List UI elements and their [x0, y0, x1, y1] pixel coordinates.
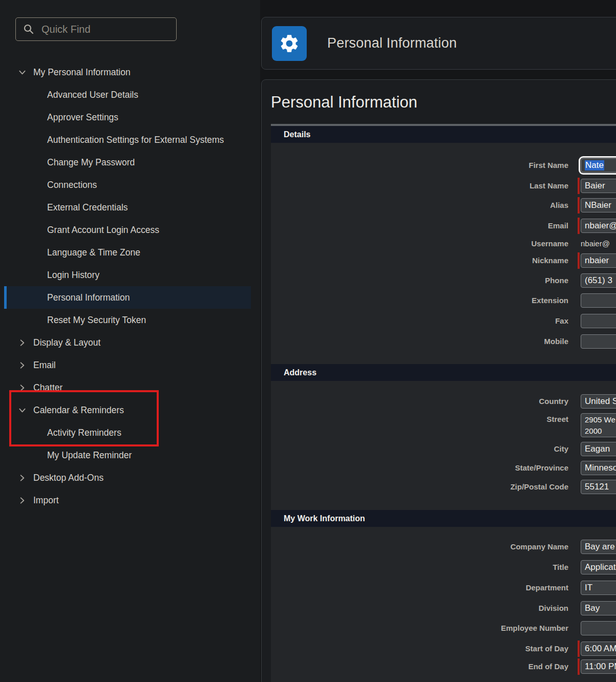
last-name-input[interactable]	[581, 179, 616, 193]
field-row-first-name: First Name Nate	[271, 158, 616, 173]
required-indicator	[578, 641, 580, 657]
personal-information-panel: Personal Information Details First Name …	[261, 79, 616, 682]
sidebar-item-authentication-settings[interactable]: Authentication Settings for External Sys…	[0, 129, 260, 151]
chevron-right-icon	[18, 338, 27, 347]
zip-input[interactable]	[581, 480, 616, 494]
field-row-start-of-day: Start of Day	[271, 642, 616, 656]
field-row-department: Department	[271, 581, 616, 595]
required-indicator	[578, 178, 580, 194]
sidebar-item-calendar-reminders[interactable]: Calendar & Reminders	[0, 399, 260, 421]
required-indicator	[578, 218, 580, 234]
sidebar-item-language-time-zone[interactable]: Language & Time Zone	[0, 241, 260, 264]
company-name-input[interactable]	[581, 540, 616, 554]
field-row-mobile: Mobile	[271, 334, 616, 349]
chevron-right-icon	[18, 474, 27, 482]
alias-input[interactable]	[581, 198, 616, 212]
chevron-right-icon	[18, 496, 27, 505]
sidebar-item-display-layout[interactable]: Display & Layout	[0, 331, 260, 354]
field-row-extension: Extension	[271, 293, 616, 308]
sidebar-item-change-my-password[interactable]: Change My Password	[0, 151, 260, 174]
field-row-zip: Zip/Postal Code	[271, 480, 616, 494]
sidebar-item-advanced-user-details[interactable]: Advanced User Details	[0, 83, 260, 106]
field-row-end-of-day: End of Day	[271, 659, 616, 674]
sidebar-item-chatter[interactable]: Chatter	[0, 376, 260, 399]
nickname-input[interactable]	[581, 253, 616, 268]
field-row-employee-number: Employee Number	[271, 621, 616, 635]
field-row-city: City	[271, 442, 616, 456]
sidebar-item-connections[interactable]: Connections	[0, 174, 260, 196]
field-row-street: Street 2905 We 2000	[271, 413, 616, 437]
chevron-down-icon	[18, 68, 27, 77]
sidebar-item-approver-settings[interactable]: Approver Settings	[0, 106, 260, 129]
page-title: Personal Information	[271, 93, 417, 112]
sidebar-item-email[interactable]: Email	[0, 354, 260, 376]
page-header-card: Personal Information	[261, 17, 616, 70]
employee-number-input[interactable]	[581, 621, 616, 635]
field-row-username: Username nbaier@	[271, 238, 610, 249]
fax-input[interactable]	[581, 314, 616, 328]
section-header-address: Address	[271, 364, 616, 381]
division-input[interactable]	[581, 601, 616, 615]
chevron-right-icon	[18, 383, 27, 392]
state-input[interactable]	[581, 461, 616, 475]
field-row-phone: Phone	[271, 273, 616, 288]
field-row-state: State/Province	[271, 461, 616, 475]
sidebar-item-my-personal-information[interactable]: My Personal Information	[0, 61, 260, 83]
section-header-work: My Work Information	[271, 510, 616, 527]
chevron-down-icon	[18, 406, 27, 415]
field-row-company-name: Company Name	[271, 540, 616, 554]
sidebar-item-import[interactable]: Import	[0, 489, 260, 511]
quick-find-box[interactable]	[15, 17, 177, 41]
required-indicator	[578, 658, 580, 675]
city-input[interactable]	[581, 442, 616, 456]
required-indicator	[578, 197, 580, 214]
field-row-nickname: Nickname	[271, 253, 616, 268]
app-header-title: Personal Information	[327, 35, 457, 51]
sidebar-item-grant-account-login-access[interactable]: Grant Account Login Access	[0, 219, 260, 241]
field-row-fax: Fax	[271, 314, 616, 328]
search-icon	[23, 24, 34, 35]
country-input[interactable]	[581, 394, 616, 409]
mobile-input[interactable]	[581, 334, 616, 349]
field-row-division: Division	[271, 601, 616, 615]
field-row-country: Country	[271, 394, 616, 409]
sidebar-item-desktop-add-ons[interactable]: Desktop Add-Ons	[0, 466, 260, 489]
first-name-input[interactable]: Nate	[581, 158, 616, 173]
gear-icon	[272, 26, 307, 61]
extension-input[interactable]	[581, 293, 616, 308]
username-value: nbaier@	[581, 238, 610, 249]
field-row-email: Email	[271, 219, 616, 233]
email-input[interactable]	[581, 219, 616, 233]
sidebar-item-personal-information[interactable]: Personal Information	[4, 286, 251, 309]
quick-find-input[interactable]	[40, 23, 178, 36]
phone-input[interactable]	[581, 273, 616, 288]
title-input[interactable]	[581, 560, 616, 574]
sidebar-item-reset-my-security-token[interactable]: Reset My Security Token	[0, 309, 260, 331]
settings-sidebar: My Personal Information Advanced User De…	[0, 0, 260, 682]
street-textarea[interactable]: 2905 We 2000	[581, 413, 616, 437]
department-input[interactable]	[581, 581, 616, 595]
sidebar-item-activity-reminders[interactable]: Activity Reminders	[0, 421, 260, 444]
sidebar-item-external-credentials[interactable]: External Credentials	[0, 196, 260, 219]
start-of-day-input[interactable]	[581, 642, 616, 656]
sidebar-item-my-update-reminder[interactable]: My Update Reminder	[0, 444, 260, 466]
sidebar-item-login-history[interactable]: Login History	[0, 264, 260, 286]
field-row-title: Title	[271, 560, 616, 574]
chevron-right-icon	[18, 361, 27, 370]
end-of-day-input[interactable]	[581, 659, 616, 674]
section-header-details: Details	[271, 124, 616, 143]
required-indicator	[578, 252, 580, 269]
field-row-last-name: Last Name	[271, 179, 616, 193]
field-row-alias: Alias	[271, 198, 616, 212]
